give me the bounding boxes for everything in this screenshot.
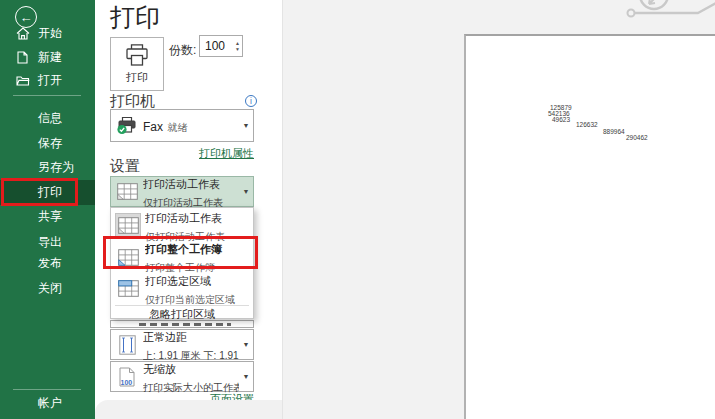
annotation-connector-icon: [283, 0, 715, 34]
margins-icon: [111, 335, 143, 355]
menu-item-print-selection[interactable]: 打印选定区域 仅打印当前选定区域: [111, 274, 253, 303]
menu-item-title: 打印整个工作簿: [145, 243, 222, 255]
sidebar-item-account[interactable]: 帐户: [0, 391, 95, 415]
fax-printer-icon: [111, 116, 143, 135]
sidebar-item-new[interactable]: 新建: [0, 45, 95, 69]
chevron-down-icon: ▼: [239, 122, 253, 129]
sidebar-item-home[interactable]: 开始: [0, 21, 95, 45]
settings-section-title: 设置: [110, 157, 140, 176]
menu-item-title: 打印活动工作表: [145, 212, 222, 224]
margins-title: 正常边距: [143, 331, 187, 343]
sidebar-item-print[interactable]: 打印: [0, 180, 95, 205]
backstage-sidebar: ← 开始 新建 打开 信息 保存 另存为 打印 共享 导出 发布 关闭 帐户: [0, 0, 95, 419]
scaling-title: 无缩放: [143, 363, 176, 375]
print-button-label: 打印: [126, 70, 148, 85]
info-icon[interactable]: i: [245, 95, 257, 107]
preview-cell-value: 49623: [552, 117, 570, 123]
entire-workbook-icon: [111, 249, 145, 266]
sidebar-item-label: 信息: [38, 110, 62, 127]
sidebar-item-open[interactable]: 打开: [0, 68, 95, 92]
preview-page: 125879 542136 49623 126632 889964 290462: [464, 34, 715, 419]
menu-item-ignore-print-area[interactable]: 忽略打印区域: [149, 307, 215, 322]
new-document-icon: [15, 50, 30, 65]
sidebar-item-label: 帐户: [38, 395, 62, 412]
sidebar-item-label: 另存为: [38, 159, 74, 176]
sidebar-item-label: 共享: [38, 208, 62, 225]
menu-item-title: 打印选定区域: [145, 275, 211, 287]
menu-item-print-entire-workbook[interactable]: 打印整个工作簿 打印整个工作簿: [111, 242, 253, 272]
preview-cell-value: 290462: [626, 135, 648, 141]
home-icon: [15, 26, 30, 41]
sidebar-item-label: 保存: [38, 135, 62, 152]
active-sheet-icon: [111, 183, 143, 200]
menu-item-print-active-sheets[interactable]: 打印活动工作表 仅打印活动工作表: [111, 211, 253, 240]
page-title: 打印: [110, 1, 160, 34]
sidebar-item-label: 新建: [38, 49, 62, 66]
print-preview-area: 125879 542136 49623 126632 889964 290462: [282, 0, 715, 419]
print-what-title: 打印活动工作表: [143, 178, 220, 190]
sidebar-item-publish[interactable]: 发布: [0, 251, 95, 275]
scaling-select[interactable]: 100 无缩放 打印实际大小的工作表 ▼: [110, 361, 254, 392]
sidebar-item-label: 开始: [38, 25, 62, 42]
copies-label: 份数:: [169, 42, 196, 59]
print-what-menu: 打印活动工作表 仅打印活动工作表 打印整个工作簿 打印整个工作簿 打印选定区域: [110, 207, 254, 319]
menu-item-subtitle: 仅打印当前选定区域: [145, 294, 235, 305]
sidebar-item-save-as[interactable]: 另存为: [0, 155, 95, 179]
active-sheet-icon: [115, 213, 141, 239]
chevron-down-icon: ▼: [239, 373, 253, 380]
copies-input[interactable]: [200, 36, 233, 56]
print-what-select[interactable]: 打印活动工作表 仅打印活动工作表 ▼: [110, 176, 254, 207]
sidebar-item-label: 打印: [38, 184, 62, 201]
printer-select[interactable]: Fax 就绪 ▼: [110, 109, 254, 142]
copies-stepper: ▲ ▼: [199, 35, 243, 57]
svg-text:100: 100: [121, 378, 133, 385]
sidebar-item-label: 发布: [38, 255, 62, 272]
print-selection-icon: [111, 280, 145, 297]
info-glyph: i: [250, 96, 252, 106]
sidebar-item-info[interactable]: 信息: [0, 106, 95, 130]
print-button[interactable]: 打印: [110, 37, 164, 91]
sidebar-item-label: 关闭: [38, 280, 62, 297]
sidebar-item-label: 导出: [38, 234, 62, 251]
printer-icon: [124, 43, 150, 68]
open-folder-icon: [15, 73, 30, 88]
scaling-subtitle: 打印实际大小的工作表: [143, 382, 239, 393]
printer-name: Fax: [143, 120, 163, 134]
sidebar-item-share[interactable]: 共享: [0, 204, 95, 228]
margins-select[interactable]: 正常边距 上: 1.91 厘米 下: 1.91 厘... ▼: [110, 329, 254, 360]
print-what-subtitle: 仅打印活动工作表: [143, 197, 223, 208]
no-scaling-icon: 100: [111, 367, 143, 387]
sidebar-divider: [13, 95, 81, 96]
sidebar-divider: [13, 389, 81, 390]
preview-cell-value: 126632: [576, 122, 598, 128]
copies-down-icon[interactable]: ▼: [235, 46, 240, 52]
menu-divider: [115, 305, 249, 306]
preview-cell-value: 889964: [603, 129, 625, 135]
sidebar-item-label: 打开: [38, 72, 62, 89]
chevron-down-icon: ▼: [239, 341, 253, 348]
sidebar-item-save[interactable]: 保存: [0, 131, 95, 155]
printer-status: 就绪: [167, 122, 187, 133]
preview-bottom-strip: [95, 400, 283, 419]
chevron-down-icon: ▼: [239, 188, 253, 195]
sidebar-item-close[interactable]: 关闭: [0, 276, 95, 300]
